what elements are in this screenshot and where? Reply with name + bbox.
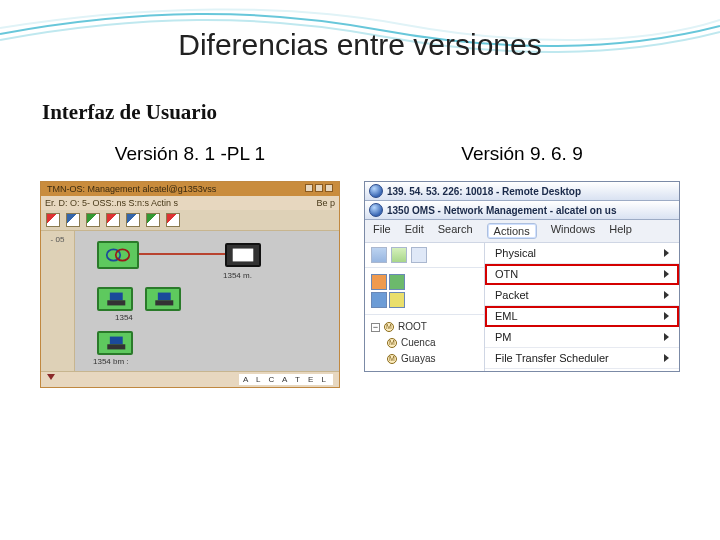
new-ui-window: 139. 54. 53. 226: 10018 - Remote Desktop…: [364, 181, 680, 372]
chevron-right-icon: [664, 312, 669, 320]
chevron-right-icon: [664, 354, 669, 362]
tree-child[interactable]: M Guayas: [387, 351, 478, 367]
svg-rect-5: [158, 293, 171, 301]
svg-point-1: [116, 249, 130, 260]
node-label: 1354: [115, 313, 133, 322]
network-link: [139, 253, 225, 255]
toolbar-icon[interactable]: [106, 213, 120, 227]
remote-desktop-titlebar: 139. 54. 53. 226: 10018 - Remote Desktop: [365, 182, 679, 201]
dropdown-item-packet[interactable]: Packet: [485, 285, 679, 306]
svg-rect-6: [155, 300, 173, 305]
refresh-icon[interactable]: [391, 247, 407, 263]
chevron-right-icon: [664, 291, 669, 299]
chevron-right-icon: [664, 270, 669, 278]
tree-child[interactable]: M Cuenca: [387, 335, 478, 351]
palette-icon[interactable]: [365, 268, 484, 314]
chevron-right-icon: [664, 249, 669, 257]
new-menubar[interactable]: File Edit Search Actions Windows Help: [365, 220, 679, 243]
node-label: 1354 bm :: [93, 357, 129, 366]
svg-rect-3: [110, 293, 123, 301]
oms-title: 1350 OMS - Network Management - alcatel …: [387, 205, 617, 216]
tree-panel[interactable]: − M ROOT M Cuenca M Guayas: [365, 314, 484, 371]
filter-icon[interactable]: [371, 247, 387, 263]
toolbar-icon[interactable]: [86, 213, 100, 227]
svg-rect-7: [110, 337, 123, 345]
node-icon: M: [384, 322, 394, 332]
globe-icon: [369, 184, 383, 198]
old-menus[interactable]: Er. D: O: 5- OSS:.ns S:n:s Actin s: [45, 198, 178, 208]
triangle-icon: [47, 374, 55, 380]
old-side-label: - 05: [51, 235, 65, 244]
toolbar-icon[interactable]: [46, 213, 60, 227]
dropdown-label: PM: [495, 331, 512, 343]
old-ui-window: TMN-OS: Management alcatel@g1353vss Er. …: [40, 181, 340, 388]
dropdown-item-file-transfer[interactable]: File Transfer Scheduler: [485, 348, 679, 369]
tree-child-label: Cuenca: [401, 335, 435, 351]
toolbar-icon[interactable]: [66, 213, 80, 227]
dropdown-label: OTN: [495, 268, 518, 280]
old-sidebar: - 05: [41, 231, 75, 371]
svg-rect-4: [107, 300, 125, 305]
right-column-title: Versión 9. 6. 9: [364, 143, 680, 165]
menu-actions[interactable]: Actions: [487, 223, 537, 239]
actions-dropdown[interactable]: Physical OTN Packet EML: [485, 243, 679, 371]
menu-help[interactable]: Help: [609, 223, 632, 239]
dropdown-item-eml[interactable]: EML: [485, 306, 679, 327]
dropdown-label: File Transfer Scheduler: [495, 352, 609, 364]
new-left-panel: − M ROOT M Cuenca M Guayas: [365, 243, 485, 371]
tree-child-label: Guayas: [401, 351, 435, 367]
brand-label: A L C A T E L: [239, 374, 333, 385]
network-node[interactable]: [225, 243, 261, 267]
menu-file[interactable]: File: [373, 223, 391, 239]
tool-icon[interactable]: [411, 247, 427, 263]
dropdown-label: Physical: [495, 247, 536, 259]
node-label: 1354 m.: [223, 271, 252, 280]
network-node[interactable]: [145, 287, 181, 311]
left-column-title: Versión 8. 1 -PL 1: [40, 143, 340, 165]
collapse-icon[interactable]: −: [371, 323, 380, 332]
dropdown-item-pm[interactable]: PM: [485, 327, 679, 348]
toolbar-icon[interactable]: [166, 213, 180, 227]
chevron-right-icon: [664, 333, 669, 341]
icon-toolbar[interactable]: [365, 243, 484, 268]
network-node[interactable]: [97, 287, 133, 311]
old-titlebar: TMN-OS: Management alcatel@g1353vss: [41, 182, 339, 196]
tree-root-label: ROOT: [398, 319, 427, 335]
old-window-controls[interactable]: [303, 184, 333, 194]
globe-icon: [369, 203, 383, 217]
toolbar-icon[interactable]: [146, 213, 160, 227]
network-node[interactable]: [97, 241, 139, 269]
toolbar-icon[interactable]: [126, 213, 140, 227]
network-node[interactable]: [97, 331, 133, 355]
oms-titlebar: 1350 OMS - Network Management - alcatel …: [365, 201, 679, 220]
remote-desktop-title: 139. 54. 53. 226: 10018 - Remote Desktop: [387, 186, 581, 197]
menu-edit[interactable]: Edit: [405, 223, 424, 239]
slide-subtitle: Interfaz de Usuario: [42, 100, 720, 125]
dropdown-item-otn[interactable]: OTN: [485, 264, 679, 285]
menu-search[interactable]: Search: [438, 223, 473, 239]
tree-root[interactable]: − M ROOT: [371, 319, 478, 335]
menu-windows[interactable]: Windows: [551, 223, 596, 239]
slide-title: Diferencias entre versiones: [0, 28, 720, 62]
old-title-text: TMN-OS: Management alcatel@g1353vss: [47, 184, 216, 194]
old-statusbar: A L C A T E L: [41, 371, 339, 387]
node-icon: M: [387, 338, 397, 348]
svg-rect-2: [233, 249, 254, 262]
old-canvas[interactable]: 1354 m. 1354 1354 bm :: [75, 231, 339, 371]
old-menu-help[interactable]: Be p: [316, 198, 335, 208]
dropdown-item-physical[interactable]: Physical: [485, 243, 679, 264]
dropdown-label: EML: [495, 310, 518, 322]
svg-rect-8: [107, 344, 125, 349]
dropdown-label: Packet: [495, 289, 529, 301]
node-icon: M: [387, 354, 397, 364]
old-toolbar[interactable]: [41, 210, 339, 231]
old-menubar[interactable]: Er. D: O: 5- OSS:.ns S:n:s Actin s Be p: [41, 196, 339, 210]
